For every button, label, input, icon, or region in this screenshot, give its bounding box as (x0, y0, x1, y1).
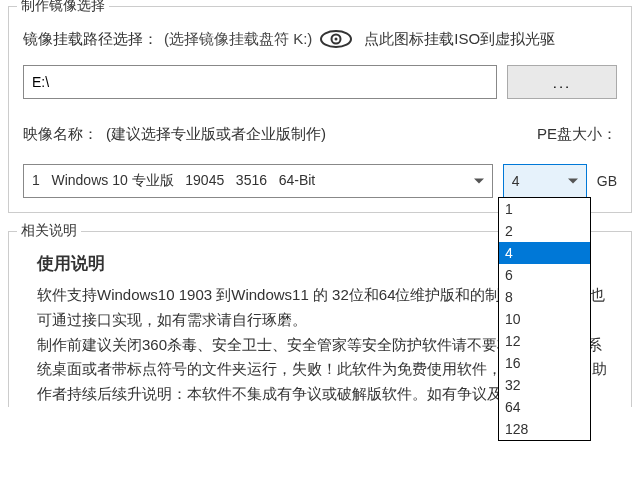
pe-size-option[interactable]: 32 (499, 374, 590, 396)
pe-size-value: 4 (512, 173, 520, 189)
pe-size-option[interactable]: 8 (499, 286, 590, 308)
mount-path-input[interactable] (23, 65, 497, 99)
chevron-down-icon (474, 179, 484, 184)
image-select-combo[interactable]: 1 Windows 10 专业版 19045 3516 64-Bit (23, 164, 493, 198)
mount-path-hint: (选择镜像挂载盘符 K:) (164, 30, 312, 49)
svg-point-2 (335, 38, 338, 41)
path-row: ... (23, 65, 617, 99)
pe-size-option[interactable]: 12 (499, 330, 590, 352)
pe-size-option[interactable]: 64 (499, 396, 590, 418)
pe-size-option[interactable]: 10 (499, 308, 590, 330)
chevron-down-icon (568, 179, 578, 184)
image-name-hint: (建议选择专业版或者企业版制作) (106, 125, 537, 144)
pe-size-option[interactable]: 2 (499, 220, 590, 242)
pe-size-label: PE盘大小： (537, 125, 617, 144)
mirror-select-panel: 制作镜像选择 镜像挂载路径选择： (选择镜像挂载盘符 K:) 点此图标挂载ISO… (8, 6, 632, 213)
pe-size-option[interactable]: 4 (499, 242, 590, 264)
pe-size-dropdown[interactable]: 124681012163264128 (498, 197, 591, 441)
mount-iso-icon[interactable] (318, 27, 354, 51)
gb-unit-label: GB (597, 173, 617, 189)
image-name-label: 映像名称： (23, 125, 98, 144)
pe-size-combo[interactable]: 4 (503, 164, 587, 198)
pe-size-option[interactable]: 1 (499, 198, 590, 220)
image-name-row: 映像名称： (建议选择专业版或者企业版制作) PE盘大小： (23, 125, 617, 144)
mirror-select-title: 制作镜像选择 (17, 0, 109, 15)
mount-path-row: 镜像挂载路径选择： (选择镜像挂载盘符 K:) 点此图标挂载ISO到虚拟光驱 (23, 27, 617, 51)
image-select-value: 1 Windows 10 专业版 19045 3516 64-Bit (32, 172, 315, 190)
mount-path-label: 镜像挂载路径选择： (23, 30, 158, 49)
pe-size-option[interactable]: 128 (499, 418, 590, 440)
info-panel-title: 相关说明 (17, 222, 81, 240)
pe-size-option[interactable]: 16 (499, 352, 590, 374)
pe-size-option[interactable]: 6 (499, 264, 590, 286)
combo-row: 1 Windows 10 专业版 19045 3516 64-Bit 4 GB … (23, 164, 617, 198)
browse-button[interactable]: ... (507, 65, 617, 99)
mount-iso-hint: 点此图标挂载ISO到虚拟光驱 (364, 30, 555, 49)
